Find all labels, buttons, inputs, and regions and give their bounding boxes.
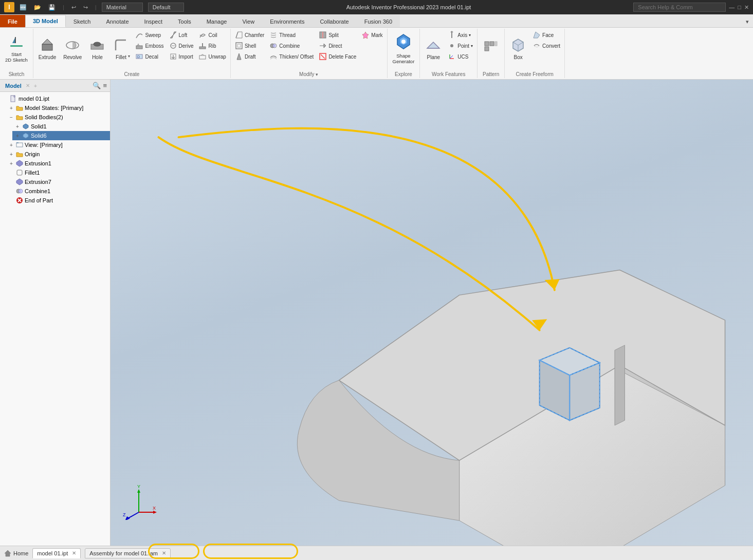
title-left: I 🆕 📂 💾 | ↩ ↪ | Material Default [4,2,184,12]
pattern-button[interactable] [480,30,502,67]
svg-marker-87 [5,550,11,556]
tab-inspect[interactable]: Inspect [137,15,170,27]
file-icon [9,95,17,103]
tab-3dmodel[interactable]: 3D Model [25,15,66,27]
viewport[interactable]: Y X Z [111,80,753,546]
tab-model01[interactable]: model 01.ipt ✕ [32,548,81,558]
rib-button[interactable]: Rib [196,41,228,51]
svg-text:X: X [153,506,156,511]
convert-button[interactable]: Convert [530,41,562,51]
3d-model-view [111,80,753,546]
tab-assembly[interactable]: Assembly for model 01.iam ✕ [85,548,171,558]
box-button[interactable]: Box [507,30,529,67]
coil-button[interactable]: Coil [196,30,228,40]
tab-fusion360[interactable]: Fusion 360 [357,15,400,27]
tree-item-view[interactable]: + View: [Primary] [6,140,110,150]
shape-generator-button[interactable]: ShapeGenerator [390,30,418,67]
help-search[interactable] [633,3,726,12]
tree-item-origin-label: Origin [25,151,40,157]
ribbon-group-create: Extrude Revolve Hole [33,29,231,78]
face-button[interactable]: Face [530,30,562,40]
combine-button[interactable]: Combine [267,41,316,51]
ucs-button[interactable]: UCS [446,51,475,62]
chamfer-button[interactable]: Chamfer [233,30,266,40]
ribbon-options[interactable]: ▾ [742,16,753,27]
sweep-button[interactable]: Sweep [133,30,166,40]
view-icon [15,141,24,149]
material-dropdown[interactable]: Material [102,3,143,12]
tree-item-origin[interactable]: + Origin [6,150,110,159]
tree-item-model-states-label: Model States: [Primary] [25,105,83,111]
pattern-group-label: Pattern [483,70,499,77]
import-button[interactable]: Import [167,51,196,62]
tab-annotate[interactable]: Annotate [99,15,137,27]
browser-options-btn[interactable]: ≡ [103,82,107,89]
tab-view[interactable]: View [234,15,262,27]
tab-sketch[interactable]: Sketch [66,15,99,27]
tree-item-solid-bodies[interactable]: − Solid Bodies(2) [6,113,110,122]
tab-assembly-close[interactable]: ✕ [162,550,166,556]
tree-item-combine1[interactable]: Combine1 [6,186,110,196]
ribbon-group-modify: Chamfer Shell Draft Thread [231,29,388,78]
model-browser: Model ✕ + 🔍 ≡ model 01.ipt + Model State… [0,80,111,546]
visual-style-dropdown[interactable]: Default [148,3,184,12]
solid6-3d-box [540,348,600,420]
save-btn[interactable]: 💾 [46,4,58,11]
svg-marker-51 [534,32,540,38]
svg-marker-69 [615,345,625,425]
maximize-btn[interactable]: □ [738,4,741,10]
tree-item-root[interactable]: model 01.ipt [0,94,110,103]
redo-btn[interactable]: ↪ [81,4,90,11]
tab-model01-close[interactable]: ✕ [72,550,76,556]
open-btn[interactable]: 📂 [32,4,43,11]
direct-button[interactable]: Direct [317,41,358,51]
decal-button[interactable]: D Decal [133,51,166,62]
plane-button[interactable]: Plane [422,30,445,67]
delete-face-button[interactable]: Delete Face [317,51,358,62]
draft-button[interactable]: Draft [233,51,266,62]
point-button[interactable]: Point ▾ [446,41,475,51]
tree-item-end-of-part[interactable]: End of Part [6,196,110,205]
svg-marker-38 [450,31,453,32]
close-btn[interactable]: ✕ [744,4,749,11]
fillet-button[interactable]: Fillet ▾ [109,30,132,67]
ribbon-group-freeform: Box Face Convert Create Freeform [505,29,565,78]
derive-button[interactable]: Derive [167,41,196,51]
tree-item-model-states[interactable]: + Model States: [Primary] [6,103,110,113]
svg-rect-44 [490,42,494,46]
thicken-offset-button[interactable]: Thicken/ Offset [267,51,316,62]
tree-item-solid6[interactable]: + Solid6 [12,131,110,140]
tab-collaborate[interactable]: Collaborate [312,15,356,27]
minimize-btn[interactable]: — [729,4,734,10]
sketch-icon [8,34,25,50]
shell-button[interactable]: Shell [233,41,266,51]
axis-button[interactable]: Axis ▾ [446,30,475,40]
thread-button[interactable]: Thread [267,30,316,40]
tree-item-extrusion1[interactable]: + Extrusion1 [6,159,110,168]
tab-file[interactable]: File [0,15,25,27]
add-tab-btn[interactable]: + [34,83,37,89]
extrude-button[interactable]: Extrude [35,30,59,67]
undo-btn[interactable]: ↩ [69,4,78,11]
search-browser-btn[interactable]: 🔍 [93,82,101,89]
mark-button[interactable]: Mark [359,30,384,40]
start-2d-sketch-button[interactable]: Start2D Sketch [2,30,31,67]
tab-annotation-circle2 [203,544,298,559]
folder-icon [15,104,24,112]
tree-item-solid1[interactable]: + Solid1 [12,122,110,131]
split-button[interactable]: Split [317,30,358,40]
tree-item-fillet1[interactable]: Fillet1 [6,168,110,177]
new-btn[interactable]: 🆕 [17,4,29,11]
tree-item-extrusion7[interactable]: Extrusion7 [6,177,110,186]
loft-button[interactable]: Loft [167,30,196,40]
tab-environments[interactable]: Environments [262,15,312,27]
model-tab[interactable]: Model [3,82,24,89]
home-button[interactable]: Home [4,550,28,557]
tab-manage[interactable]: Manage [199,15,235,27]
svg-text:A: A [137,43,139,46]
hole-button[interactable]: Hole [86,30,108,67]
unwrap-button[interactable]: Unwrap [196,51,228,62]
revolve-button[interactable]: Revolve [60,30,85,67]
emboss-button[interactable]: A Emboss [133,41,166,51]
tab-tools[interactable]: Tools [170,15,199,27]
